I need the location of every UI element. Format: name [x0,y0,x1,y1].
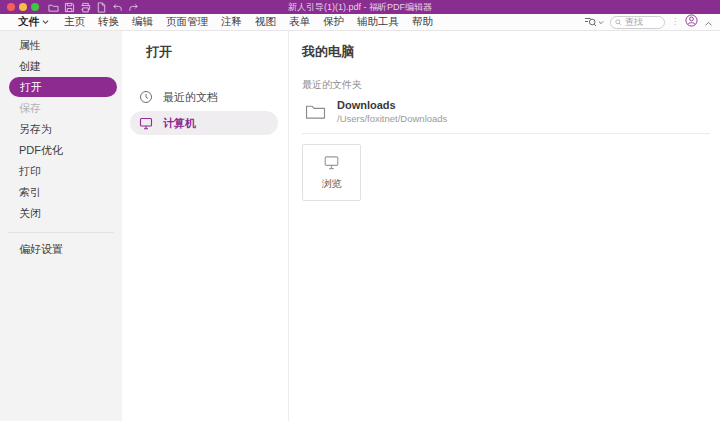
place-item-computer[interactable]: 计算机 [130,111,278,135]
computer-icon [322,154,341,170]
menu-comment[interactable]: 注释 [221,15,242,29]
folder-icon [305,103,326,120]
browse-label: 浏览 [322,177,342,191]
save-icon[interactable] [64,2,75,13]
recent-folder-info: Downloads /Users/foxitnet/Downloads [337,99,447,124]
title-bar: 新人引导(1)(1).pdf - 福昕PDF编辑器 [0,0,720,14]
sidebar-item-open[interactable]: 打开 [9,77,117,97]
recent-folder-name: Downloads [337,99,447,111]
print-icon[interactable] [80,2,91,13]
chevron-up-icon [704,20,713,27]
menu-bar: 文件 主页 转换 编辑 页面管理 注释 视图 表单 保护 辅助工具 帮助 ⋮ [0,14,720,31]
place-item-recent-documents[interactable]: 最近的文档 [130,85,278,109]
sidebar-item-create[interactable]: 创建 [0,56,122,77]
place-item-label: 计算机 [163,116,196,131]
menu-page-management[interactable]: 页面管理 [166,15,208,29]
quick-access-toolbar [48,2,139,13]
minimize-window-icon[interactable] [19,3,27,11]
toolbar-separator: ⋮ [671,18,679,26]
menubar-right-cluster: ⋮ [584,14,713,30]
chevron-down-icon [598,20,604,25]
search-icon [615,18,622,27]
sidebar-item-print[interactable]: 打印 [0,161,122,182]
recent-folder-downloads[interactable]: Downloads /Users/foxitnet/Downloads [302,99,720,124]
search-box[interactable] [610,16,665,29]
section-divider [302,133,710,134]
open-folder-icon[interactable] [48,2,59,13]
zoom-window-icon[interactable] [31,3,39,11]
account-avatar[interactable] [685,13,698,31]
recent-folders-label: 最近的文件夹 [302,78,720,92]
my-computer-title: 我的电脑 [302,43,720,61]
chevron-down-icon [42,19,49,25]
recent-folder-path: /Users/foxitnet/Downloads [337,113,447,124]
find-replace-icon [584,16,597,28]
open-panel: 打开 最近的文档 计算机 [122,31,289,421]
sidebar-item-properties[interactable]: 属性 [0,35,122,56]
collapse-toolbar-button[interactable] [704,13,713,31]
backstage-view: 属性 创建 打开 保存 另存为 PDF优化 打印 索引 关闭 偏好设置 打开 最… [0,31,720,421]
menu-edit[interactable]: 编辑 [132,15,153,29]
sidebar-item-preferences[interactable]: 偏好设置 [0,239,122,260]
menu-view[interactable]: 视图 [255,15,276,29]
find-replace-button[interactable] [584,16,604,28]
window-controls [7,3,39,11]
redo-icon[interactable] [128,2,139,13]
menu-home[interactable]: 主页 [64,15,85,29]
new-document-icon[interactable] [96,2,107,13]
place-item-label: 最近的文档 [163,90,218,105]
menu-file[interactable]: 文件 [18,15,49,29]
sidebar-item-close[interactable]: 关闭 [0,203,122,224]
sidebar-divider [8,232,114,233]
menu-accessibility-tools[interactable]: 辅助工具 [357,15,399,29]
browse-button[interactable]: 浏览 [302,144,361,201]
search-input[interactable] [625,17,660,27]
clock-icon [139,90,153,104]
open-places-list: 最近的文档 计算机 [122,85,288,135]
menu-help[interactable]: 帮助 [412,15,433,29]
backstage-sidebar: 属性 创建 打开 保存 另存为 PDF优化 打印 索引 关闭 偏好设置 [0,31,122,421]
close-window-icon[interactable] [7,3,15,11]
menu-convert[interactable]: 转换 [98,15,119,29]
menu-protect[interactable]: 保护 [323,15,344,29]
sidebar-item-index[interactable]: 索引 [0,182,122,203]
open-panel-title: 打开 [122,43,288,61]
sidebar-item-pdf-optimize[interactable]: PDF优化 [0,140,122,161]
sidebar-item-save[interactable]: 保存 [0,98,122,119]
computer-icon [139,116,153,130]
sidebar-item-save-as[interactable]: 另存为 [0,119,122,140]
my-computer-panel: 我的电脑 最近的文件夹 Downloads /Users/foxitnet/Do… [289,31,720,421]
menu-form[interactable]: 表单 [289,15,310,29]
undo-icon[interactable] [112,2,123,13]
